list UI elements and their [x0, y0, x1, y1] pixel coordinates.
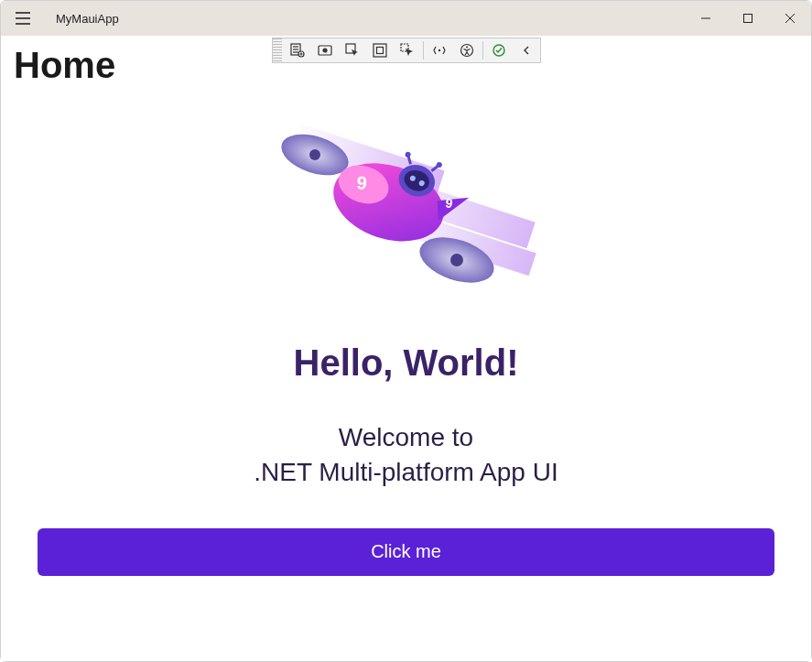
maximize-button[interactable] [727, 1, 769, 36]
hot-reload-button[interactable] [311, 38, 339, 62]
subhead-line2: .NET Multi-platform App UI [254, 458, 558, 486]
titlebar: MyMauiApp [1, 1, 811, 36]
hamburger-icon [15, 12, 31, 25]
click-me-button[interactable]: Click me [38, 528, 774, 576]
select-element-button[interactable] [339, 38, 366, 62]
layout-adorners-icon [373, 43, 387, 58]
dotnet-bot-drone-icon: 9 9 [251, 104, 562, 306]
page-content: Home [1, 36, 811, 661]
toolbar-separator [423, 41, 424, 60]
xaml-debug-toolbar[interactable] [272, 38, 541, 63]
chevron-left-icon [521, 45, 532, 56]
svg-rect-17 [374, 44, 386, 57]
track-focus-button[interactable] [394, 38, 421, 62]
subheadline-text: Welcome to .NET Multi-platform App UI [254, 420, 558, 490]
live-visual-tree-button[interactable] [284, 38, 311, 62]
svg-rect-18 [376, 48, 383, 54]
select-element-icon [345, 43, 360, 58]
hot-reload-icon [318, 43, 332, 58]
accessibility-icon [460, 43, 474, 58]
toolbar-grip[interactable] [273, 38, 282, 62]
svg-point-42 [450, 254, 463, 266]
hero-image: 9 9 [251, 104, 562, 306]
headline-text: Hello, World! [294, 342, 519, 384]
subhead-line1: Welcome to [339, 423, 473, 451]
svg-point-37 [404, 151, 411, 158]
hamburger-menu-button[interactable] [1, 1, 45, 36]
maximize-icon [742, 13, 753, 24]
binding-diagnostics-button[interactable] [426, 38, 453, 62]
svg-text:9: 9 [355, 172, 367, 193]
collapse-toolbar-button[interactable] [513, 38, 540, 62]
toolbar-separator [482, 41, 483, 60]
close-button[interactable] [769, 1, 811, 36]
hot-reload-status-button[interactable] [485, 38, 513, 62]
main-stack: 9 9 [1, 86, 811, 661]
svg-rect-4 [744, 15, 752, 23]
app-window: MyMauiApp [0, 0, 812, 662]
close-icon [785, 13, 796, 24]
live-visual-tree-icon [290, 43, 305, 58]
minimize-button[interactable] [685, 1, 727, 36]
svg-point-15 [323, 49, 327, 52]
layout-adorners-button[interactable] [366, 38, 394, 62]
binding-diagnostics-icon [432, 43, 447, 58]
svg-point-20 [438, 49, 439, 51]
track-focus-icon [400, 43, 415, 58]
hot-reload-status-icon [492, 43, 506, 58]
minimize-icon [700, 13, 711, 24]
accessibility-button[interactable] [453, 38, 481, 62]
app-title: MyMauiApp [56, 12, 119, 26]
svg-point-22 [466, 47, 468, 49]
window-controls [685, 1, 811, 36]
svg-point-28 [309, 149, 320, 160]
